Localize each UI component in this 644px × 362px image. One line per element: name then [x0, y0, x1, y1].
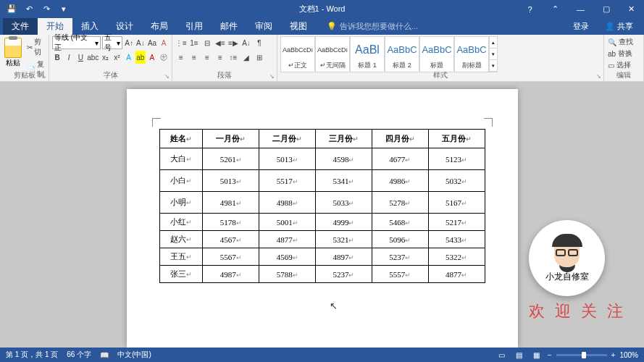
table-header-row[interactable]: 姓名↵一月份↵二月份↵三月份↵四月份↵五月份↵	[159, 130, 485, 148]
document-area[interactable]: 姓名↵一月份↵二月份↵三月份↵四月份↵五月份↵大白↵5261↵5013↵4598…	[0, 82, 644, 348]
style-item-5[interactable]: AaBbC副标题	[454, 36, 489, 72]
table-header-cell[interactable]: 二月份↵	[259, 130, 316, 148]
style-item-1[interactable]: AaBbCcDı↵无间隔	[315, 36, 350, 72]
cut-button[interactable]: ✂ 剪切	[26, 36, 46, 58]
grow-font-button[interactable]: A↑	[124, 36, 134, 49]
table-header-cell[interactable]: 五月份↵	[428, 130, 485, 148]
table-cell[interactable]: 5096↵	[372, 231, 428, 248]
clipboard-dialog-launcher[interactable]: ↘	[41, 73, 46, 80]
table-cell[interactable]: 5178↵	[203, 214, 259, 231]
table-cell[interactable]: 5167↵	[428, 192, 485, 214]
tab-layout[interactable]: 布局	[142, 18, 177, 35]
enclose-button[interactable]: ㊉	[159, 51, 169, 64]
zoom-out-button[interactable]: −	[548, 351, 552, 359]
table-cell[interactable]: 5123↵	[428, 148, 485, 170]
table-cell[interactable]: 5033↵	[316, 192, 372, 214]
highlight-button[interactable]: ab	[135, 51, 146, 64]
clear-format-button[interactable]: A	[159, 36, 169, 49]
data-table[interactable]: 姓名↵一月份↵二月份↵三月份↵四月份↵五月份↵大白↵5261↵5013↵4598…	[159, 129, 485, 283]
table-cell[interactable]: 4569↵	[259, 248, 316, 266]
table-cell[interactable]: 5468↵	[372, 214, 428, 231]
table-cell[interactable]: 5013↵	[203, 170, 259, 192]
table-cell[interactable]: 5517↵	[259, 170, 316, 192]
table-cell[interactable]: 4877↵	[428, 266, 485, 283]
table-cell[interactable]: 4981↵	[203, 192, 259, 214]
strike-button[interactable]: abc	[87, 51, 99, 64]
table-cell[interactable]: 5032↵	[428, 170, 485, 192]
print-layout-button[interactable]: ▤	[513, 350, 526, 360]
table-row[interactable]: 张三↵4987↵5788↵5237↵5557↵4877↵	[159, 266, 485, 283]
table-cell[interactable]: 5237↵	[316, 266, 372, 283]
tab-view[interactable]: 视图	[281, 18, 316, 35]
page-count[interactable]: 第 1 页，共 1 页	[6, 350, 58, 360]
table-cell[interactable]: 5321↵	[316, 231, 372, 248]
superscript-button[interactable]: x²	[112, 51, 122, 64]
table-cell[interactable]: 大白↵	[159, 148, 203, 170]
maximize-button[interactable]: ▢	[593, 0, 619, 18]
table-cell[interactable]: 5322↵	[428, 248, 485, 266]
share-button[interactable]: 👤 共享	[598, 19, 640, 34]
table-cell[interactable]: 5013↵	[259, 148, 316, 170]
font-color-button[interactable]: A	[147, 51, 157, 64]
decrease-indent-button[interactable]: ◀≡	[214, 36, 226, 49]
tell-me-search[interactable]: 💡 告诉我您想要做什么...	[327, 21, 418, 32]
spell-check-icon[interactable]: 📖	[100, 351, 109, 359]
table-cell[interactable]: 5217↵	[428, 214, 485, 231]
table-cell[interactable]: 4877↵	[259, 231, 316, 248]
table-cell[interactable]: 5261↵	[203, 148, 259, 170]
bullets-button[interactable]: ⋮≡	[175, 36, 187, 49]
table-cell[interactable]: 张三↵	[159, 266, 203, 283]
table-cell[interactable]: 4567↵	[203, 231, 259, 248]
minimize-button[interactable]: —	[568, 0, 593, 18]
subscript-button[interactable]: x₂	[100, 51, 110, 64]
table-cell[interactable]: 4897↵	[316, 248, 372, 266]
table-header-cell[interactable]: 四月份↵	[372, 130, 428, 148]
table-cell[interactable]: 5341↵	[316, 170, 372, 192]
table-cell[interactable]: 小白↵	[159, 170, 203, 192]
find-button[interactable]: 🔍 查找	[607, 36, 640, 48]
replace-button[interactable]: ab 替换	[607, 48, 640, 59]
font-size-select[interactable]: 五号▾	[102, 36, 122, 49]
style-item-4[interactable]: AaBbC标题	[419, 36, 454, 72]
multilevel-button[interactable]: ⊟	[201, 36, 213, 49]
shrink-font-button[interactable]: A↓	[135, 36, 146, 49]
table-cell[interactable]: 小红↵	[159, 214, 203, 231]
table-cell[interactable]: 王五↵	[159, 248, 203, 266]
login-button[interactable]: 登录	[566, 19, 596, 34]
ribbon-minimize[interactable]: ⌃	[543, 0, 568, 18]
table-row[interactable]: 赵六↵4567↵4877↵5321↵5096↵5433↵	[159, 231, 485, 248]
qat-dropdown[interactable]: ▾	[56, 1, 72, 17]
sort-button[interactable]: A↓	[241, 36, 252, 49]
word-count[interactable]: 66 个字	[67, 350, 91, 360]
save-button[interactable]: 💾	[4, 1, 20, 17]
table-cell[interactable]: 4999↵	[316, 214, 372, 231]
table-cell[interactable]: 5788↵	[259, 266, 316, 283]
table-header-cell[interactable]: 姓名↵	[159, 130, 203, 148]
help-button[interactable]: ?	[517, 0, 543, 18]
style-item-3[interactable]: AaBbC标题 2	[385, 36, 419, 72]
align-right-button[interactable]: ≡	[201, 51, 213, 64]
tab-mailings[interactable]: 邮件	[212, 18, 246, 35]
zoom-in-button[interactable]: +	[611, 351, 616, 359]
table-cell[interactable]: 5001↵	[259, 214, 316, 231]
borders-button[interactable]: ⊞	[254, 51, 265, 64]
align-center-button[interactable]: ≡	[188, 51, 200, 64]
underline-button[interactable]: U	[75, 51, 85, 64]
table-cell[interactable]: 4988↵	[259, 192, 316, 214]
zoom-slider[interactable]	[556, 354, 607, 356]
paragraph-dialog-launcher[interactable]: ↘	[269, 73, 275, 80]
table-row[interactable]: 小红↵5178↵5001↵4999↵5468↵5217↵	[159, 214, 485, 231]
table-row[interactable]: 大白↵5261↵5013↵4598↵4677↵5123↵	[159, 148, 485, 170]
undo-button[interactable]: ↶	[21, 1, 37, 17]
increase-indent-button[interactable]: ≡▶	[227, 36, 239, 49]
zoom-level[interactable]: 100%	[619, 351, 638, 359]
style-item-2[interactable]: AaBl标题 1	[350, 36, 385, 72]
bold-button[interactable]: B	[52, 51, 62, 64]
table-cell[interactable]: 4987↵	[203, 266, 259, 283]
table-row[interactable]: 小白↵5013↵5517↵5341↵4986↵5032↵	[159, 170, 485, 192]
table-cell[interactable]: 5278↵	[372, 192, 428, 214]
table-cell[interactable]: 5433↵	[428, 231, 485, 248]
style-item-0[interactable]: AaBbCcDı↵正文	[280, 36, 315, 72]
table-cell[interactable]: 4598↵	[316, 148, 372, 170]
language[interactable]: 中文(中国)	[117, 350, 151, 360]
